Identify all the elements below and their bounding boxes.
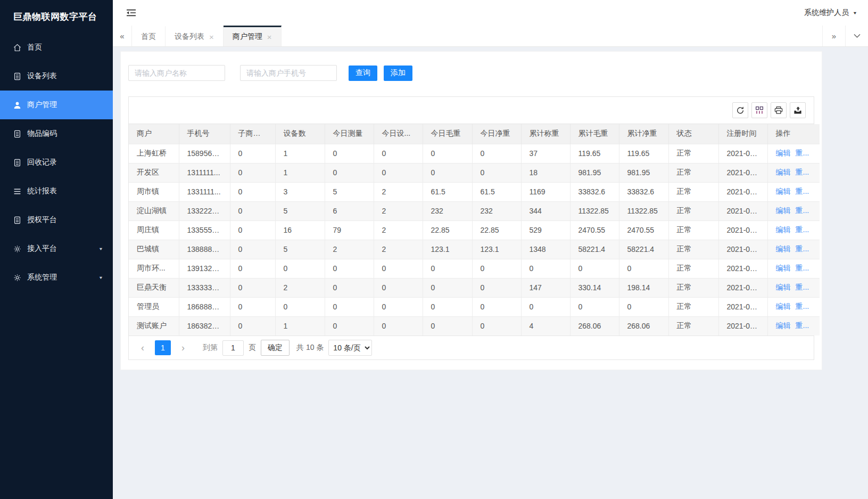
refresh-icon[interactable] <box>732 102 748 118</box>
collapse-sidebar-icon[interactable] <box>126 9 136 17</box>
tabs-scroll-left-button[interactable]: « <box>113 26 132 46</box>
table-cell: 周庄镇 <box>129 220 179 240</box>
table-cell: 0 <box>325 316 374 336</box>
table-cell: 2021-05... <box>718 163 767 182</box>
page-size-select[interactable]: 10 条/页 <box>328 340 372 356</box>
sidebar-item-首页[interactable]: 首页 <box>0 33 113 62</box>
table-cell: 2021-05... <box>718 182 767 201</box>
table-cell: 58221.4 <box>570 240 619 259</box>
table-cell: 61.5 <box>472 182 521 201</box>
tab-首页[interactable]: 首页 <box>132 26 166 46</box>
table-cell: 2021-05... <box>718 201 767 220</box>
table-cell: 正常 <box>668 201 718 220</box>
sidebar-item-物品编码[interactable]: 物品编码 <box>0 119 113 148</box>
edit-link[interactable]: 编辑 <box>776 149 791 157</box>
table-row: 巴城镇1388888...0522123.1123.1134858221.458… <box>129 240 820 259</box>
sidebar-item-统计报表[interactable]: 统计报表 <box>0 177 113 206</box>
goto-prefix-label: 到第 <box>203 343 218 353</box>
edit-link[interactable]: 编辑 <box>776 321 791 330</box>
tabs-scroll-right-button[interactable]: » <box>822 26 845 46</box>
tab-商户管理[interactable]: 商户管理 × <box>224 26 282 46</box>
close-icon[interactable]: × <box>209 33 214 41</box>
table-cell: 0 <box>230 201 275 220</box>
table-cell: 2021-05... <box>718 316 767 336</box>
table-cell: 正常 <box>668 163 718 182</box>
tabs-menu-button[interactable] <box>845 26 868 46</box>
table-cell: 巨鼎天衡 <box>129 278 179 297</box>
edit-link[interactable]: 编辑 <box>776 187 791 195</box>
table-cell: 33832.6 <box>619 182 668 201</box>
column-header: 操作 <box>767 124 820 144</box>
sidebar-item-商户管理[interactable]: 商户管理 <box>0 91 113 119</box>
sidebar-item-接入平台[interactable]: 接入平台 ▼ <box>0 234 113 263</box>
edit-link[interactable]: 编辑 <box>776 206 791 215</box>
reset-link[interactable]: 重... <box>796 264 809 272</box>
edit-link[interactable]: 编辑 <box>776 244 791 253</box>
reset-link[interactable]: 重... <box>796 225 809 234</box>
tab-设备列表[interactable]: 设备列表 × <box>166 26 224 46</box>
print-icon[interactable] <box>771 102 787 118</box>
pagination: ‹ 1 › 到第 页 确定 共 10 条 10 条/页 <box>129 336 814 359</box>
table-cell: 0 <box>230 220 275 240</box>
column-header: 累计净重 <box>619 124 668 144</box>
sidebar-item-回收记录[interactable]: 回收记录 <box>0 148 113 177</box>
sidebar-item-设备列表[interactable]: 设备列表 <box>0 62 113 91</box>
table-cell: 1348 <box>521 240 570 259</box>
merchant-name-input[interactable] <box>128 65 225 81</box>
reset-link[interactable]: 重... <box>796 321 809 330</box>
column-header: 状态 <box>668 124 718 144</box>
column-header: 今日测量 <box>325 124 374 144</box>
reset-link[interactable]: 重... <box>796 283 809 291</box>
columns-icon[interactable] <box>751 102 767 118</box>
sidebar-item-label: 回收记录 <box>27 158 57 167</box>
edit-link[interactable]: 编辑 <box>776 168 791 176</box>
content-area: 查询 添加 <box>113 47 868 499</box>
table-cell: 0 <box>230 259 275 278</box>
close-icon[interactable]: × <box>267 33 272 41</box>
add-button[interactable]: 添加 <box>384 66 412 81</box>
table-cell: 33832.6 <box>570 182 619 201</box>
table-cell: 2 <box>374 240 423 259</box>
user-menu[interactable]: 系统维护人员 ▼ <box>804 8 857 18</box>
edit-link[interactable]: 编辑 <box>776 283 791 291</box>
doc-icon <box>13 159 21 167</box>
sidebar: 巨鼎物联网数字平台 首页 设备列表 商户管理 物品编码 回收记录 统计报表 授权… <box>0 0 113 499</box>
table-cell: 正常 <box>668 182 718 201</box>
reset-link[interactable]: 重... <box>796 168 809 176</box>
sidebar-item-系统管理[interactable]: 系统管理 ▼ <box>0 263 113 292</box>
table-cell: 5 <box>325 182 374 201</box>
table-cell: 11322.85 <box>619 201 668 220</box>
sidebar-item-label: 接入平台 <box>27 244 57 253</box>
gear-icon <box>13 274 21 282</box>
main-area: 系统维护人员 ▼ « 首页 设备列表 × 商户管理 × » <box>113 0 868 499</box>
reset-link[interactable]: 重... <box>796 244 809 253</box>
next-page-icon[interactable]: › <box>176 340 191 355</box>
table-row: 管理员1868888...000000000正常2021-05...编辑重... <box>129 297 820 316</box>
query-button[interactable]: 查询 <box>349 66 377 81</box>
confirm-page-button[interactable]: 确定 <box>261 340 290 356</box>
export-icon[interactable] <box>790 102 806 118</box>
reset-link[interactable]: 重... <box>796 187 809 195</box>
reset-link[interactable]: 重... <box>796 206 809 215</box>
sidebar-item-label: 系统管理 <box>27 273 57 282</box>
tabs-container: 首页 设备列表 × 商户管理 × <box>132 26 282 46</box>
merchant-phone-input[interactable] <box>240 65 337 81</box>
edit-link[interactable]: 编辑 <box>776 264 791 272</box>
actions-cell: 编辑重... <box>767 163 820 182</box>
table-cell: 6 <box>325 201 374 220</box>
table-cell: 529 <box>521 220 570 240</box>
table-cell: 1868888... <box>179 297 230 316</box>
page-number-button[interactable]: 1 <box>155 340 171 355</box>
table-cell: 0 <box>275 259 325 278</box>
edit-link[interactable]: 编辑 <box>776 225 791 234</box>
goto-page-input[interactable] <box>222 340 244 356</box>
actions-cell: 编辑重... <box>767 144 820 163</box>
reset-link[interactable]: 重... <box>796 149 809 157</box>
sidebar-item-授权平台[interactable]: 授权平台 <box>0 206 113 234</box>
search-form: 查询 添加 <box>128 65 814 81</box>
actions-cell: 编辑重... <box>767 259 820 278</box>
edit-link[interactable]: 编辑 <box>776 302 791 310</box>
table-cell: 0 <box>374 278 423 297</box>
reset-link[interactable]: 重... <box>796 302 809 310</box>
prev-page-icon[interactable]: ‹ <box>135 340 150 355</box>
